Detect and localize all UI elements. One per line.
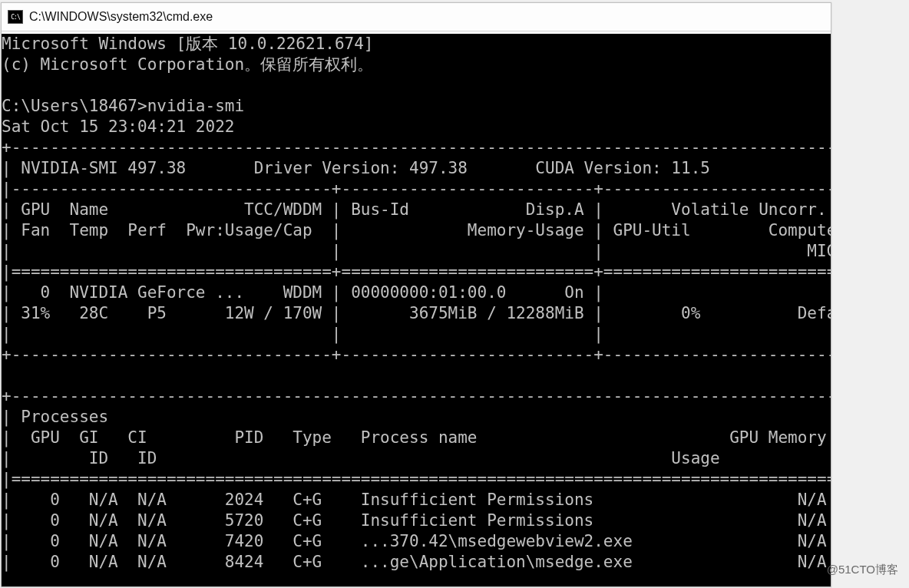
titlebar[interactable]: C:\ C:\WINDOWS\system32\cmd.exe (2, 3, 831, 31)
cmd-icon: C:\ (8, 10, 23, 24)
watermark: @51CTO博客 (827, 563, 898, 577)
window-title: C:\WINDOWS\system32\cmd.exe (29, 10, 213, 24)
cmd-icon-label: C:\ (11, 14, 19, 21)
terminal-output[interactable]: Microsoft Windows [版本 10.0.22621.674] (c… (2, 34, 831, 586)
cmd-window: C:\ C:\WINDOWS\system32\cmd.exe Microsof… (1, 2, 831, 587)
